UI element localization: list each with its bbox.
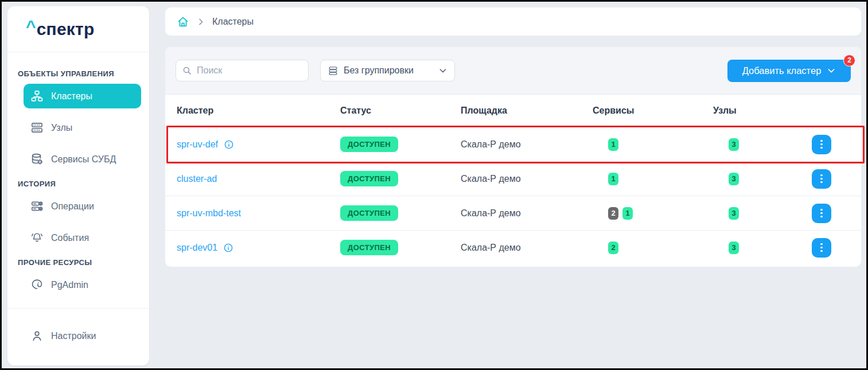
sidebar: ^спектр ОБЪЕКТЫ УПРАВЛЕНИЯКластерыУзлыСе… [7, 6, 149, 365]
status-cell: ДОСТУПЕН [340, 137, 461, 152]
sidebar-section-label: ОБЪЕКТЫ УПРАВЛЕНИЯ [18, 69, 141, 78]
nodes-cell: 3 [713, 138, 782, 151]
sidebar-section-label: ИСТОРИЯ [18, 180, 141, 188]
clusters-toolbar: Без группировки Добавить кластер 2 [165, 47, 861, 95]
sidebar-footer: Настройки [7, 308, 149, 365]
clusters-panel: Без группировки Добавить кластер 2 Класт… [165, 47, 861, 267]
search-input[interactable] [197, 65, 302, 76]
sidebar-section-list: ОперацииСобытия [7, 194, 149, 250]
add-cluster-label: Добавить кластер [742, 65, 822, 76]
services-cell: 21 [593, 207, 713, 220]
column-header-status: Статус [340, 106, 461, 116]
table-row: spr-dev01ДОСТУПЕНСкала-Р демо23 [165, 230, 861, 264]
table-row: spr-uv-mbd-testДОСТУПЕНСкала-Р демо213 [165, 196, 861, 230]
chevron-right-icon [196, 17, 205, 26]
service-count-badge: 2 [608, 207, 618, 220]
home-icon[interactable] [177, 15, 189, 28]
logo-caret-icon: ^ [26, 17, 36, 36]
site-cell: Скала-Р демо [461, 139, 593, 150]
breadcrumb-current: Кластеры [212, 17, 254, 27]
add-cluster-button[interactable]: Добавить кластер 2 [727, 60, 851, 82]
sidebar-nav: ОБЪЕКТЫ УПРАВЛЕНИЯКластерыУзлыСервисы СУ… [7, 52, 149, 297]
operations-icon [30, 200, 44, 213]
actions-cell [782, 135, 861, 154]
sidebar-item-pgadmin[interactable]: PgAdmin [24, 272, 141, 297]
node-count-badge: 3 [729, 173, 739, 185]
status-badge: ДОСТУПЕН [340, 171, 398, 186]
services-cell: 2 [593, 242, 713, 254]
sidebar-section-list: PgAdmin [7, 272, 149, 297]
cluster-link[interactable]: spr-uv-mbd-test [177, 208, 241, 219]
node-count-badge: 3 [729, 207, 739, 220]
actions-cell [782, 169, 861, 189]
info-icon[interactable] [223, 243, 233, 253]
cluster-link[interactable]: spr-dev01 [177, 243, 217, 253]
nodes-icon [30, 121, 44, 134]
nodes-cell: 3 [713, 173, 782, 185]
sidebar-section-label: ПРОЧИЕ РЕСУРСЫ [18, 258, 141, 267]
sidebar-item-label: Сервисы СУБД [51, 154, 116, 165]
cluster-link[interactable]: spr-uv-def [177, 139, 218, 150]
sidebar-item-settings[interactable]: Настройки [24, 324, 141, 348]
logo-text: спектр [37, 20, 95, 39]
status-cell: ДОСТУПЕН [340, 171, 461, 186]
node-count-badge: 3 [729, 138, 739, 151]
row-menu-button[interactable] [812, 169, 831, 189]
grouping-select[interactable]: Без группировки [320, 60, 455, 81]
sidebar-item-label: PgAdmin [51, 280, 88, 290]
cluster-name-cell: spr-uv-mbd-test [177, 208, 340, 219]
table-body: spr-uv-defДОСТУПЕНСкала-Р демо13cluster-… [165, 127, 861, 264]
sidebar-section-list: КластерыУзлыСервисы СУБД [7, 84, 149, 172]
info-icon[interactable] [224, 139, 234, 150]
search-icon [182, 65, 192, 76]
actions-cell [782, 204, 861, 223]
sidebar-item-operations[interactable]: Операции [24, 194, 141, 219]
column-header-site: Площадка [461, 106, 593, 116]
chevron-down-icon [438, 66, 447, 75]
nodes-cell: 3 [713, 242, 782, 254]
app-window: ^спектр ОБЪЕКТЫ УПРАВЛЕНИЯКластерыУзлыСе… [0, 0, 868, 370]
clusters-icon [30, 89, 44, 103]
table-row: spr-uv-defДОСТУПЕНСкала-Р демо13 [165, 127, 861, 161]
status-badge: ДОСТУПЕН [340, 240, 398, 255]
status-cell: ДОСТУПЕН [340, 205, 461, 221]
service-count-badge: 1 [608, 138, 618, 151]
app-logo: ^спектр [7, 6, 149, 52]
db-services-icon [30, 153, 44, 166]
notification-badge: 2 [843, 54, 855, 67]
pgadmin-icon [30, 278, 44, 291]
cluster-name-cell: spr-uv-def [177, 139, 340, 150]
table-row: cluster-adДОСТУПЕНСкала-Р демо13 [165, 161, 861, 196]
breadcrumb: Кластеры [165, 7, 861, 36]
service-count-badge: 1 [622, 207, 633, 220]
chevron-down-icon [827, 66, 836, 75]
row-menu-button[interactable] [812, 135, 831, 154]
cluster-link[interactable]: cluster-ad [177, 174, 217, 184]
sidebar-item-db-services[interactable]: Сервисы СУБД [24, 147, 141, 172]
sidebar-item-events[interactable]: События [24, 225, 141, 250]
actions-cell [782, 238, 861, 258]
nodes-cell: 3 [713, 207, 782, 220]
row-menu-button[interactable] [812, 204, 831, 223]
site-cell: Скала-Р демо [461, 243, 593, 253]
service-count-badge: 1 [608, 173, 618, 185]
service-count-badge: 2 [608, 242, 618, 254]
sidebar-item-clusters[interactable]: Кластеры [24, 84, 141, 108]
column-header-cluster: Кластер [177, 106, 340, 116]
row-menu-button[interactable] [812, 238, 831, 258]
services-cell: 1 [593, 138, 713, 151]
sidebar-item-label: Операции [51, 201, 94, 212]
column-header-services: Сервисы [593, 106, 713, 116]
site-cell: Скала-Р демо [461, 208, 593, 219]
user-icon [30, 329, 44, 342]
sidebar-item-label: Кластеры [51, 91, 92, 102]
sidebar-item-nodes[interactable]: Узлы [24, 115, 141, 140]
column-header-nodes: Узлы [713, 106, 782, 116]
status-badge: ДОСТУПЕН [340, 137, 398, 152]
services-cell: 1 [593, 173, 713, 185]
grouping-value: Без группировки [344, 65, 433, 76]
table-header-row: КластерСтатусПлощадкаСервисыУзлы [165, 95, 861, 127]
group-by-icon [328, 65, 338, 76]
sidebar-item-label: События [51, 233, 89, 243]
cluster-name-cell: spr-dev01 [177, 243, 340, 253]
